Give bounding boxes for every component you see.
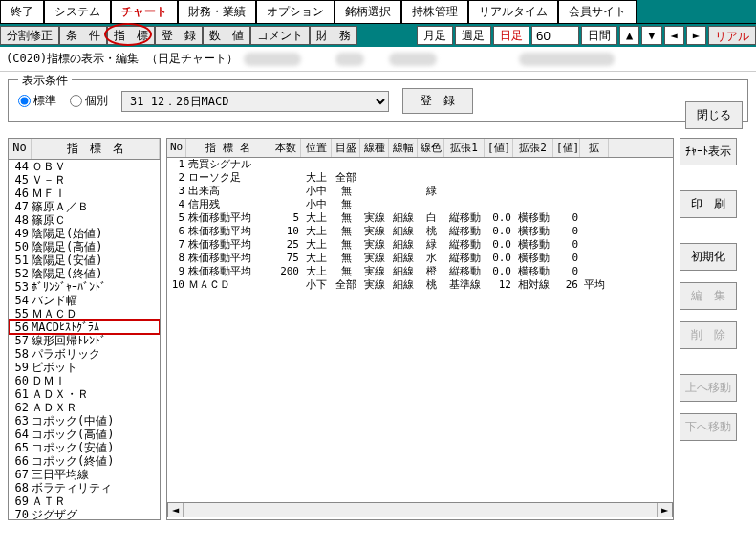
- catalog-row[interactable]: 62ＡＤＸＲ: [9, 401, 160, 414]
- toolbar-btn-2[interactable]: 指 標: [107, 26, 155, 45]
- top-tab-3[interactable]: 財務・業績: [178, 0, 256, 23]
- col-name: 指 標 名: [32, 139, 160, 159]
- toolbar-btn-3[interactable]: 登 録: [155, 26, 203, 45]
- init-button[interactable]: 初期化: [680, 243, 737, 271]
- chart-show-button[interactable]: ﾁｬｰﾄ表示: [680, 138, 737, 165]
- indicator-catalog: No 指 標 名 44ＯＢＶ45Ｖ－Ｒ46ＭＦＩ47篠原Ａ／Ｂ48篠原Ｃ49陰陽…: [8, 138, 161, 520]
- applied-col-10: 拡張2: [513, 139, 553, 157]
- applied-row[interactable]: 1売買シグナル: [167, 158, 673, 171]
- top-tab-4[interactable]: オプション: [256, 0, 335, 23]
- radio-standard[interactable]: 標準: [18, 93, 56, 109]
- applied-row[interactable]: 5株価移動平均5大上無実線細線白縦移動0.0横移動0: [167, 211, 673, 225]
- nav-arrow-3[interactable]: ►: [686, 26, 706, 45]
- catalog-row[interactable]: 61ＡＤＸ・Ｒ: [9, 387, 160, 401]
- catalog-row[interactable]: 53ﾎﾞﾘﾝｼﾞｬｰﾊﾞﾝﾄﾞ: [9, 280, 160, 294]
- catalog-row[interactable]: 47篠原Ａ／Ｂ: [9, 200, 160, 213]
- nav-arrow-2[interactable]: ◄: [664, 26, 684, 45]
- catalog-row[interactable]: 52陰陽足(終値): [9, 267, 160, 280]
- catalog-row[interactable]: 44ＯＢＶ: [9, 160, 160, 173]
- catalog-row[interactable]: 50陰陽足(高値): [9, 240, 160, 253]
- period-unit[interactable]: 日間: [581, 26, 617, 45]
- catalog-row[interactable]: 57線形回帰ﾄﾚﾝﾄﾞ: [9, 334, 160, 347]
- edit-button[interactable]: 編 集: [680, 282, 737, 310]
- catalog-row[interactable]: 59ピボット: [9, 361, 160, 374]
- top-tab-5[interactable]: 銘柄選択: [335, 0, 401, 23]
- applied-row[interactable]: 3出来高小中無緑: [167, 185, 673, 198]
- catalog-row[interactable]: 64コポック(高値): [9, 428, 160, 441]
- period-btn-0[interactable]: 月足: [417, 26, 453, 45]
- move-up-button[interactable]: 上へ移動: [680, 374, 737, 402]
- applied-row[interactable]: 6株価移動平均10大上無実線細線桃縦移動0.0横移動0: [167, 225, 673, 238]
- toolbar-btn-0[interactable]: 分割修正: [0, 26, 59, 45]
- applied-col-3: 位置: [301, 139, 332, 157]
- catalog-row[interactable]: 66コポック(終値): [9, 454, 160, 468]
- applied-col-8: 拡張1: [444, 139, 485, 157]
- toolbar-btn-4[interactable]: 数 値: [203, 26, 250, 45]
- delete-button[interactable]: 削 除: [680, 321, 737, 349]
- applied-row[interactable]: 7株価移動平均25大上無実線細線緑縦移動0.0横移動0: [167, 238, 673, 252]
- window-title: (C020)指標の表示・編集 （日足チャート）: [6, 51, 238, 67]
- scroll-right-icon[interactable]: ►: [657, 503, 672, 517]
- applied-col-9: [値]: [485, 139, 513, 157]
- period-btn-2[interactable]: 日足: [493, 26, 529, 45]
- nav-arrow-0[interactable]: ▲: [619, 26, 639, 45]
- catalog-row[interactable]: 60ＤＭＩ: [9, 374, 160, 387]
- print-button[interactable]: 印 刷: [680, 190, 737, 218]
- top-tab-6[interactable]: 持株管理: [401, 0, 468, 23]
- period-btn-1[interactable]: 週足: [455, 26, 491, 45]
- conditions-legend: 表示条件: [18, 73, 72, 89]
- catalog-row[interactable]: 67三日平均線: [9, 468, 160, 481]
- applied-col-4: 目盛: [332, 139, 360, 157]
- toolbar-btn-1[interactable]: 条 件: [59, 26, 107, 45]
- conditions-group: 表示条件 標準 個別 31 12．26日MACD 登 録: [8, 79, 748, 122]
- condition-select[interactable]: 31 12．26日MACD: [121, 91, 389, 112]
- applied-row[interactable]: 9株価移動平均200大上無実線細線橙縦移動0.0横移動0: [167, 265, 673, 278]
- catalog-row[interactable]: 65コポック(安値): [9, 441, 160, 454]
- move-down-button[interactable]: 下へ移動: [680, 413, 737, 441]
- catalog-row[interactable]: 58パラボリック: [9, 347, 160, 361]
- catalog-row[interactable]: 55ＭＡＣＤ: [9, 307, 160, 320]
- applied-row[interactable]: 2ローソク足大上全部: [167, 171, 673, 185]
- catalog-row[interactable]: 45Ｖ－Ｒ: [9, 173, 160, 187]
- catalog-row[interactable]: 69ＡＴＲ: [9, 495, 160, 508]
- catalog-row[interactable]: 51陰陽足(安値): [9, 253, 160, 267]
- period-number[interactable]: [531, 26, 579, 45]
- catalog-row[interactable]: 63コポック(中値): [9, 414, 160, 428]
- applied-row[interactable]: 10ＭＡＣＤ小下全部実線細線桃基準線12相対線26平均: [167, 278, 673, 292]
- applied-row[interactable]: 4信用残小中無: [167, 198, 673, 211]
- catalog-row[interactable]: 68ボラティリティ: [9, 481, 160, 495]
- applied-col-1: 指 標 名: [186, 139, 270, 157]
- catalog-row[interactable]: 54バンド幅: [9, 294, 160, 307]
- top-tab-7[interactable]: リアルタイム: [468, 0, 558, 23]
- close-button[interactable]: 閉じる: [685, 101, 743, 129]
- top-tab-8[interactable]: 会員サイト: [558, 0, 637, 23]
- real-button[interactable]: リアル: [708, 26, 756, 45]
- applied-col-6: 線幅: [389, 139, 418, 157]
- indicator-applied: No指 標 名本数位置目盛線種線幅線色拡張1[値]拡張2[値]拡 1売買シグナル…: [166, 138, 674, 520]
- applied-row[interactable]: 8株価移動平均75大上無実線細線水縦移動0.0横移動0: [167, 252, 673, 265]
- applied-col-5: 線種: [360, 139, 389, 157]
- radio-individual[interactable]: 個別: [70, 93, 108, 109]
- top-tab-1[interactable]: システム: [44, 0, 111, 23]
- catalog-row[interactable]: 48篠原Ｃ: [9, 213, 160, 227]
- applied-col-0: No: [167, 139, 186, 157]
- top-tab-2[interactable]: チャート: [111, 0, 178, 23]
- toolbar-btn-5[interactable]: コメント: [250, 26, 310, 45]
- applied-col-2: 本数: [270, 139, 301, 157]
- catalog-row[interactable]: 56MACDﾋｽﾄｸﾞﾗﾑ: [9, 320, 160, 334]
- applied-col-11: [値]: [553, 139, 580, 157]
- catalog-row[interactable]: 46ＭＦＩ: [9, 187, 160, 200]
- applied-col-7: 線色: [418, 139, 444, 157]
- top-tab-0[interactable]: 終了: [0, 0, 44, 23]
- applied-col-12: 拡: [580, 139, 609, 157]
- nav-arrow-1[interactable]: ▼: [641, 26, 661, 45]
- catalog-row[interactable]: 49陰陽足(始値): [9, 227, 160, 240]
- scroll-left-icon[interactable]: ◄: [168, 503, 184, 517]
- toolbar-btn-6[interactable]: 財 務: [310, 26, 357, 45]
- col-no: No: [9, 139, 32, 159]
- register-button[interactable]: 登 録: [402, 88, 473, 114]
- catalog-row[interactable]: 70ジグザグ: [9, 508, 160, 520]
